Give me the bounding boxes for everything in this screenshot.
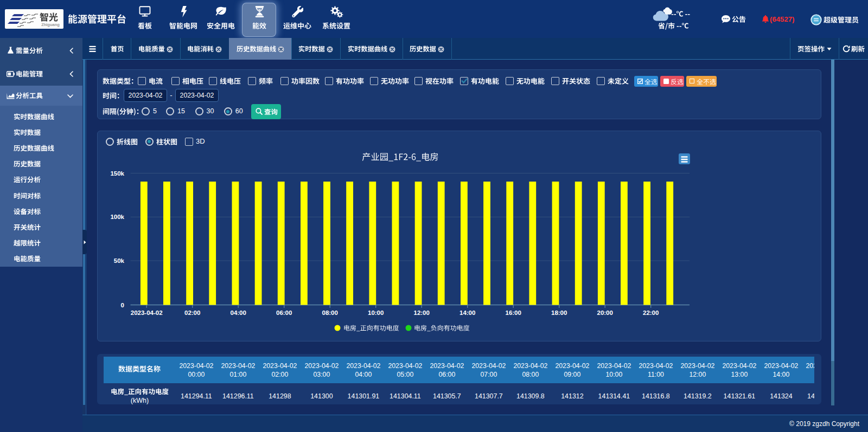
svg-text:14:00: 14:00 (459, 310, 475, 316)
svg-text:02:00: 02:00 (184, 310, 200, 316)
svg-text:100k: 100k (110, 214, 124, 220)
svg-text:04:00: 04:00 (230, 310, 246, 316)
svg-text:18:00: 18:00 (551, 310, 567, 316)
svg-text:150k: 150k (110, 170, 124, 177)
svg-text:06:00: 06:00 (276, 310, 292, 316)
svg-text:20:00: 20:00 (597, 310, 612, 316)
svg-text:2023-04-02: 2023-04-02 (131, 310, 163, 316)
svg-text:08:00: 08:00 (322, 310, 337, 316)
svg-text:50k: 50k (114, 257, 125, 264)
svg-text:0: 0 (121, 302, 124, 308)
svg-text:12:00: 12:00 (413, 310, 429, 316)
svg-text:10:00: 10:00 (368, 310, 384, 316)
svg-text:16:00: 16:00 (505, 310, 521, 316)
svg-text:22:00: 22:00 (643, 310, 659, 316)
